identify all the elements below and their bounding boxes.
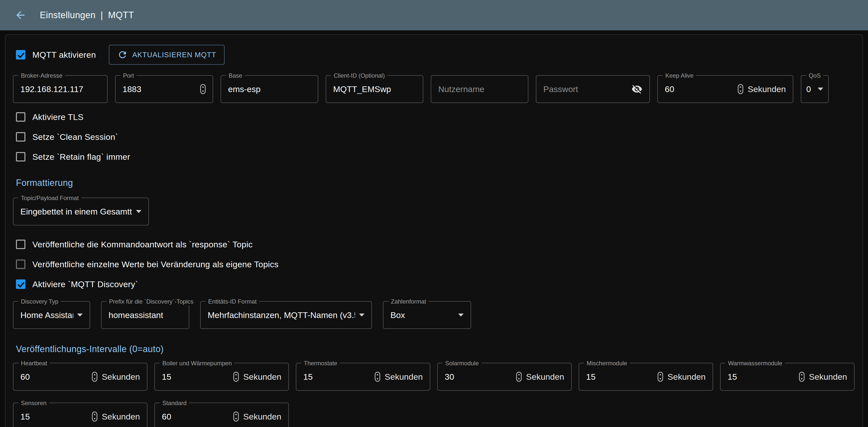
checkbox-mqtt-enable[interactable]: MQTT aktivieren	[16, 49, 96, 61]
keep-alive-field[interactable]: Keep Alive 60 Sekunden	[657, 75, 793, 103]
field-value: 1883	[123, 84, 142, 94]
dropdown-caret-icon	[359, 314, 365, 317]
mqtt-enable-row: MQTT aktivieren AKTUALISIEREN MQTT	[16, 45, 855, 65]
field-placeholder: Passwort	[543, 84, 578, 94]
field-value: 0	[806, 84, 811, 94]
password-field[interactable]: Passwort	[536, 75, 650, 103]
field-label: Boiler und Wärmepumpen	[160, 359, 234, 367]
interval-field-warmwassermodule[interactable]: Warmwassermodule 15 Sekunden	[720, 363, 855, 391]
discovery-type-select[interactable]: Discovery Typ Home Assistant	[13, 301, 90, 329]
checkbox-icon[interactable]	[16, 152, 25, 162]
number-stepper-icon[interactable]	[200, 84, 206, 94]
unit-suffix: Sekunden	[102, 412, 140, 422]
port-field[interactable]: Port 1883	[115, 75, 213, 103]
field-label: Thermostate	[301, 359, 340, 367]
field-value: Mehrfachinstanzen, MQTT-Namen (v3.5)	[208, 310, 355, 320]
field-label: Broker-Adresse	[19, 72, 65, 79]
unit-suffix: Sekunden	[748, 84, 786, 94]
field-value: 30	[445, 372, 454, 382]
settings-panel: MQTT aktivieren AKTUALISIEREN MQTT Broke…	[5, 34, 863, 427]
unit-suffix: Sekunden	[526, 372, 564, 382]
client-id-field[interactable]: Client-ID (Optional) MQTT_EMSwp	[326, 75, 423, 103]
field-value: Eingebettet in einem Gesamttopic	[21, 207, 132, 217]
field-value: homeassistant	[108, 310, 163, 320]
field-label: Keep Alive	[663, 72, 696, 79]
refresh-mqtt-button[interactable]: AKTUALISIEREN MQTT	[109, 45, 225, 65]
broker-field-row: Broker-Adresse 192.168.121.117 Port 1883…	[13, 75, 855, 103]
field-label: Discovery Typ	[19, 298, 61, 305]
field-label: Port	[121, 72, 136, 79]
checkbox-label: Veröffentliche einzelne Werte bei Veränd…	[32, 260, 279, 269]
interval-field-thermostate[interactable]: Thermostate 15 Sekunden	[296, 363, 430, 391]
field-label: Prefix für die `Discovery`-Topics	[106, 298, 196, 305]
field-label: Entitäts-ID Format	[206, 298, 259, 305]
discovery-prefix-field[interactable]: Prefix für die `Discovery`-Topics homeas…	[101, 301, 189, 329]
field-label: Sensoren	[19, 399, 49, 407]
checkbox-label: Veröffentliche die Kommandoantwort als `…	[32, 240, 253, 249]
number-stepper-icon[interactable]	[92, 372, 97, 382]
number-stepper-icon[interactable]	[92, 412, 97, 422]
interval-field-boiler[interactable]: Boiler und Wärmepumpen 15 Sekunden	[154, 363, 289, 391]
number-format-select[interactable]: Zahlenformat Box	[383, 301, 471, 329]
number-stepper-icon[interactable]	[516, 372, 522, 382]
field-label: Warmwassermodule	[725, 359, 785, 367]
checkbox-icon[interactable]	[16, 132, 25, 141]
checkbox-publish-response[interactable]: Veröffentliche die Kommandoantwort als `…	[16, 238, 855, 250]
username-field[interactable]: Nutzername	[431, 75, 528, 103]
dropdown-caret-icon	[77, 314, 83, 317]
page-title: Einstellungen | MQTT	[40, 10, 134, 21]
interval-field-sensoren[interactable]: Sensoren 15 Sekunden	[13, 403, 147, 427]
dropdown-caret-icon	[136, 210, 142, 213]
dropdown-caret-icon	[818, 88, 823, 91]
checkbox-tls[interactable]: Aktiviere TLS	[16, 111, 855, 123]
dropdown-caret-icon	[458, 314, 464, 317]
field-label: Client-ID (Optional)	[331, 72, 387, 79]
breadcrumb-settings: Einstellungen	[40, 10, 96, 21]
discovery-field-row: Discovery Typ Home Assistant Prefix für …	[13, 301, 855, 329]
entity-id-format-select[interactable]: Entitäts-ID Format Mehrfachinstanzen, MQ…	[200, 301, 372, 329]
checkbox-icon[interactable]	[16, 112, 25, 122]
interval-field-standard[interactable]: Standard 60 Sekunden	[154, 403, 289, 427]
checkbox-icon[interactable]	[16, 50, 25, 60]
field-label: Mischermodule	[584, 359, 630, 367]
number-stepper-icon[interactable]	[799, 372, 805, 382]
visibility-off-icon[interactable]	[631, 84, 643, 95]
interval-field-solarmodule[interactable]: Solarmodule 30 Sekunden	[437, 363, 572, 391]
number-stepper-icon[interactable]	[233, 372, 239, 382]
interval-field-mischermodule[interactable]: Mischermodule 15 Sekunden	[579, 363, 713, 391]
unit-suffix: Sekunden	[243, 412, 281, 422]
broker-address-field[interactable]: Broker-Adresse 192.168.121.117	[13, 75, 107, 103]
number-stepper-icon[interactable]	[738, 84, 743, 94]
base-field[interactable]: Base ems-esp	[221, 75, 318, 103]
back-button[interactable]	[11, 6, 30, 25]
field-value: 60	[162, 412, 171, 422]
checkbox-label: Setze `Retain flag` immer	[32, 152, 130, 162]
unit-suffix: Sekunden	[809, 372, 847, 382]
interval-field-heartbeat[interactable]: Heartbeat 60 Sekunden	[13, 363, 147, 391]
checkbox-icon[interactable]	[16, 260, 25, 269]
topic-format-select[interactable]: Topic/Payload Format Eingebettet in eine…	[13, 198, 149, 225]
checkbox-label: Aktiviere TLS	[32, 112, 84, 122]
arrow-back-icon	[14, 9, 26, 21]
number-stepper-icon[interactable]	[233, 412, 239, 422]
number-stepper-icon[interactable]	[658, 372, 663, 382]
checkbox-clean-session[interactable]: Setze `Clean Session`	[16, 131, 855, 143]
checkbox-icon[interactable]	[16, 280, 25, 289]
unit-suffix: Sekunden	[668, 372, 706, 382]
number-stepper-icon[interactable]	[375, 372, 380, 382]
intervals-grid: Heartbeat 60 Sekunden Boiler und Wärmepu…	[13, 363, 855, 427]
checkbox-retain-flag[interactable]: Setze `Retain flag` immer	[16, 151, 855, 163]
formatting-options: Veröffentliche die Kommandoantwort als `…	[16, 238, 855, 290]
checkbox-mqtt-discovery[interactable]: Aktiviere `MQTT Discovery`	[16, 278, 855, 290]
field-label: Heartbeat	[19, 359, 50, 367]
field-value: ems-esp	[228, 84, 260, 94]
refresh-icon	[117, 50, 128, 60]
checkbox-publish-single-values[interactable]: Veröffentliche einzelne Werte bei Veränd…	[16, 258, 855, 270]
field-value: 15	[21, 412, 30, 422]
field-label: Standard	[160, 399, 189, 407]
checkbox-icon[interactable]	[16, 240, 25, 249]
unit-suffix: Sekunden	[385, 372, 423, 382]
field-label: QoS	[806, 72, 823, 79]
field-value: 15	[727, 372, 737, 382]
qos-select[interactable]: QoS 0	[801, 75, 829, 103]
